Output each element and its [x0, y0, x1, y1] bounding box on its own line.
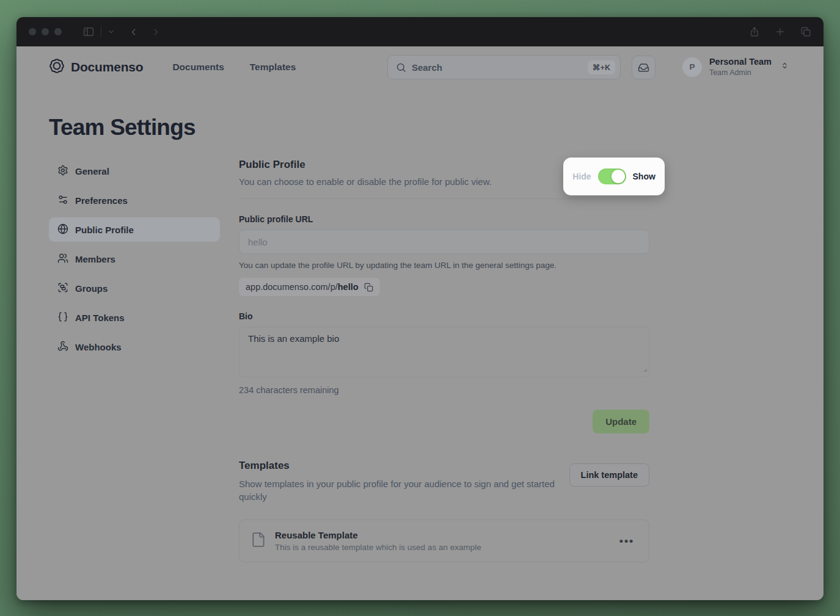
- template-list-item: Reusable Template This is a reusable tem…: [239, 520, 649, 562]
- nav-templates[interactable]: Templates: [250, 62, 296, 73]
- chevrons-up-down-icon: [780, 61, 789, 73]
- sidebar-item-preferences[interactable]: Preferences: [49, 188, 220, 212]
- toggle-off-label: Hide: [572, 172, 591, 181]
- search-icon: [396, 62, 406, 73]
- search-shortcut-badge: ⌘+K: [588, 60, 615, 74]
- minimize-window-button[interactable]: [42, 28, 49, 35]
- documenso-rosette-icon: [49, 58, 65, 77]
- gear-icon: [57, 165, 68, 178]
- link-template-button[interactable]: Link template: [569, 463, 649, 487]
- sidebar-item-label: Members: [75, 254, 115, 264]
- public-profile-url-label: Public profile URL: [239, 214, 649, 224]
- update-button[interactable]: Update: [593, 410, 649, 433]
- bio-label: Bio: [239, 311, 649, 321]
- team-switcher[interactable]: P Personal Team Team Admin: [682, 57, 789, 77]
- sidebar-item-webhooks[interactable]: Webhooks: [49, 335, 220, 359]
- bio-textarea[interactable]: This is an example bio: [239, 327, 649, 377]
- search-input[interactable]: [412, 62, 588, 73]
- settings-sidebar: General Preferences: [49, 159, 220, 364]
- team-role: Team Admin: [709, 68, 772, 77]
- template-menu-button[interactable]: •••: [617, 533, 637, 549]
- users-icon: [57, 253, 68, 266]
- profile-visibility-toggle[interactable]: [598, 168, 626, 184]
- url-help-text: You can update the profile URL by updati…: [239, 261, 649, 270]
- sidebar-item-label: Webhooks: [75, 342, 122, 352]
- share-icon[interactable]: [749, 26, 760, 37]
- characters-remaining: 234 characters remaining: [239, 385, 649, 395]
- toggle-knob: [612, 170, 625, 183]
- template-title: Reusable Template: [275, 530, 481, 540]
- team-name: Personal Team: [709, 57, 772, 67]
- sidebar-item-groups[interactable]: Groups: [49, 276, 220, 300]
- search-bar[interactable]: ⌘+K: [387, 55, 621, 79]
- toggle-on-label: Show: [633, 172, 656, 181]
- sidebar-item-label: Public Profile: [75, 225, 134, 235]
- public-profile-panel: Public Profile You can choose to enable …: [239, 159, 649, 562]
- traffic-lights: [29, 28, 62, 35]
- section-heading-templates: Templates: [239, 460, 563, 472]
- sidebar-item-label: Groups: [75, 283, 108, 294]
- sidebar-item-api-tokens[interactable]: API Tokens: [49, 305, 220, 330]
- browser-titlebar: [16, 17, 824, 46]
- url-prefix: app.documenso.com/p/: [246, 282, 338, 292]
- group-icon: [57, 282, 68, 295]
- close-window-button[interactable]: [29, 28, 36, 35]
- documenso-logo[interactable]: Documenso: [49, 58, 143, 77]
- avatar: P: [682, 57, 702, 77]
- globe-icon: [57, 223, 68, 236]
- browser-window: Documenso Documents Templates ⌘+K: [16, 17, 824, 600]
- braces-icon: [57, 311, 68, 324]
- nav-documents[interactable]: Documents: [172, 62, 224, 73]
- url-slug: hello: [338, 282, 359, 292]
- main-nav: Documents Templates: [172, 62, 296, 73]
- copy-url-button[interactable]: [364, 283, 373, 292]
- webhook-icon: [57, 341, 68, 353]
- app-header: Documenso Documents Templates ⌘+K: [16, 46, 824, 88]
- zoom-window-button[interactable]: [54, 28, 62, 35]
- public-profile-url-input[interactable]: [239, 230, 649, 254]
- page-title: Team Settings: [49, 115, 824, 140]
- ellipsis-icon: •••: [619, 535, 634, 548]
- back-icon[interactable]: [128, 27, 139, 37]
- sidebar-item-label: General: [75, 166, 109, 176]
- profile-url-preview: app.documenso.com/p/hello: [239, 278, 380, 296]
- sidebar-item-general[interactable]: General: [49, 159, 220, 183]
- new-tab-icon[interactable]: [775, 26, 786, 37]
- app-page: Documenso Documents Templates ⌘+K: [16, 46, 824, 600]
- sliders-icon: [57, 194, 68, 207]
- inbox-icon: [638, 62, 649, 73]
- copy-icon: [364, 283, 373, 292]
- sidebar-item-members[interactable]: Members: [49, 247, 220, 271]
- sidebar-item-label: API Tokens: [75, 313, 125, 323]
- forward-icon[interactable]: [151, 27, 161, 37]
- sidebar-item-label: Preferences: [75, 195, 128, 206]
- tab-overview-icon[interactable]: [800, 26, 811, 37]
- brand-name: Documenso: [71, 60, 143, 74]
- inbox-button[interactable]: [632, 56, 656, 79]
- sidebar-item-public-profile[interactable]: Public Profile: [49, 217, 220, 242]
- chevron-down-icon[interactable]: [108, 28, 115, 35]
- file-icon: [250, 532, 266, 550]
- sidebar-toggle-icon[interactable]: [82, 26, 95, 38]
- profile-visibility-spotlight: Hide Show: [563, 158, 665, 195]
- template-description: This is a reusable template which is use…: [275, 543, 481, 552]
- templates-description: Show templates in your public profile fo…: [239, 478, 563, 503]
- divider: [239, 198, 649, 199]
